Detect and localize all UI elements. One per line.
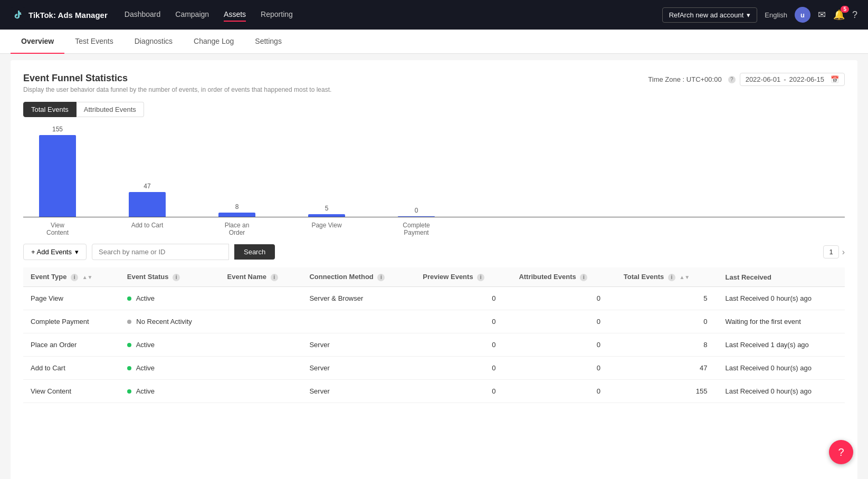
page-next-icon[interactable]: › — [842, 247, 845, 257]
search-input[interactable] — [92, 244, 229, 260]
table-row: Page View Active Server & Browser 0 0 5 … — [23, 287, 845, 310]
bar-label-view-content: View Content — [39, 222, 76, 236]
funnel-header: Event Funnel Statistics Display the user… — [23, 73, 845, 93]
timezone-label: Time Zone : UTC+00:00 — [648, 75, 721, 83]
toggle-total-events[interactable]: Total Events — [23, 102, 77, 117]
cell-event-type: View Content — [23, 380, 120, 403]
cell-preview-events: 0 — [415, 310, 511, 333]
funnel-title-area: Event Funnel Statistics Display the user… — [23, 73, 331, 93]
cell-total-events: 47 — [616, 357, 718, 380]
chart-toggle: Total Events Attributed Events — [23, 102, 845, 117]
status-label: Active — [136, 387, 155, 395]
calendar-icon: 📅 — [831, 75, 839, 83]
tab-test-events[interactable]: Test Events — [64, 30, 123, 54]
events-table: Event Type i ▲▼ Event Status i Event Nam… — [23, 267, 845, 403]
notification-icon[interactable]: 🔔 5 — [833, 9, 845, 21]
account-selector[interactable]: RefArch new ad account ▾ — [662, 7, 758, 23]
account-name: RefArch new ad account — [669, 11, 744, 19]
cell-preview-events: 0 — [415, 357, 511, 380]
cell-event-status: Active — [120, 333, 220, 357]
cell-connection-method: Server — [302, 333, 415, 357]
bar-label-page-view: Page View — [308, 222, 345, 236]
add-events-label: + Add Events — [31, 248, 72, 256]
language-selector[interactable]: English — [765, 11, 787, 19]
cell-last-received: Last Received 0 hour(s) ago — [718, 287, 845, 310]
preview-events-info-icon[interactable]: i — [477, 274, 484, 281]
nav-dashboard[interactable]: Dashboard — [125, 8, 161, 22]
tab-diagnostics[interactable]: Diagnostics — [124, 30, 183, 54]
toggle-attributed-events[interactable]: Attributed Events — [77, 102, 144, 117]
sub-tabs: Overview Test Events Diagnostics Change … — [0, 30, 868, 54]
logo-text: TikTok: Ads Manager — [28, 11, 108, 20]
event-status-info-icon[interactable]: i — [173, 274, 180, 281]
search-button[interactable]: Search — [234, 244, 275, 260]
status-label: Active — [136, 364, 155, 372]
cell-event-status: Active — [120, 357, 220, 380]
tab-settings[interactable]: Settings — [244, 30, 292, 54]
connection-method-info-icon[interactable]: i — [377, 274, 385, 281]
cell-attributed-events: 0 — [511, 380, 616, 403]
cell-event-status: Active — [120, 287, 220, 310]
bar-chart: 155 47 8 5 0 — [23, 122, 845, 228]
status-label: Active — [136, 294, 155, 302]
cell-event-status: Active — [120, 380, 220, 403]
add-events-button[interactable]: + Add Events ▾ — [23, 244, 87, 260]
cell-attributed-events: 0 — [511, 310, 616, 333]
event-name-info-icon[interactable]: i — [271, 274, 278, 281]
help-icon[interactable]: ? — [852, 9, 857, 21]
table-row: View Content Active Server 0 0 155 Last … — [23, 380, 845, 403]
cell-total-events: 5 — [616, 287, 718, 310]
nav-assets[interactable]: Assets — [224, 8, 246, 22]
bar-label-complete-payment: Complete Payment — [398, 222, 435, 236]
attributed-events-info-icon[interactable]: i — [580, 274, 587, 281]
cell-total-events: 0 — [616, 310, 718, 333]
cell-event-name — [220, 357, 302, 380]
nav-campaign[interactable]: Campaign — [175, 8, 209, 22]
cell-event-name — [220, 310, 302, 333]
cell-event-name — [220, 333, 302, 357]
cell-event-name — [220, 287, 302, 310]
mail-icon[interactable]: ✉ — [818, 9, 826, 21]
cell-preview-events: 0 — [415, 333, 511, 357]
bar-label-place-order: Place an Order — [218, 222, 255, 236]
table-controls: + Add Events ▾ Search 1 › — [23, 244, 845, 260]
logo: TikTok: Ads Manager — [11, 7, 108, 22]
date-separator: - — [784, 75, 786, 83]
total-events-sort[interactable]: ▲▼ — [679, 274, 690, 280]
cell-last-received: Last Received 1 day(s) ago — [718, 333, 845, 357]
chevron-down-icon: ▾ — [75, 248, 79, 256]
status-label: Active — [136, 341, 155, 349]
date-picker[interactable]: 2022-06-01 - 2022-06-15 📅 — [740, 73, 845, 86]
table-row: Complete Payment No Recent Activity 0 0 … — [23, 310, 845, 333]
cell-total-events: 8 — [616, 333, 718, 357]
col-event-name: Event Name i — [220, 267, 302, 287]
help-fab[interactable]: ? — [829, 440, 853, 464]
bar-place-order: 8 — [218, 203, 255, 217]
cell-event-type: Add to Cart — [23, 357, 120, 380]
total-events-info-icon[interactable]: i — [668, 274, 675, 281]
cell-preview-events: 0 — [415, 380, 511, 403]
col-event-status: Event Status i — [120, 267, 220, 287]
event-type-sort[interactable]: ▲▼ — [82, 274, 93, 280]
table-row: Add to Cart Active Server 0 0 47 Last Re… — [23, 357, 845, 380]
nav-right-controls: RefArch new ad account ▾ English u ✉ 🔔 5… — [662, 7, 857, 23]
page-number: 1 — [823, 245, 838, 258]
status-dot — [127, 389, 131, 394]
date-range-area: Time Zone : UTC+00:00 ? 2022-06-01 - 202… — [648, 73, 845, 86]
timezone-info-icon[interactable]: ? — [728, 76, 736, 83]
avatar[interactable]: u — [795, 7, 810, 23]
tab-change-log[interactable]: Change Log — [183, 30, 244, 54]
funnel-title: Event Funnel Statistics — [23, 73, 331, 84]
event-type-info-icon[interactable]: i — [71, 274, 78, 281]
cell-attributed-events: 0 — [511, 357, 616, 380]
nav-reporting[interactable]: Reporting — [261, 8, 293, 22]
cell-connection-method: Server — [302, 357, 415, 380]
chevron-down-icon: ▾ — [747, 11, 750, 19]
status-dot — [127, 320, 131, 324]
bar-add-to-cart: 47 — [129, 183, 166, 217]
cell-event-type: Place an Order — [23, 333, 120, 357]
cell-attributed-events: 0 — [511, 333, 616, 357]
col-preview-events: Preview Events i — [415, 267, 511, 287]
cell-attributed-events: 0 — [511, 287, 616, 310]
tab-overview[interactable]: Overview — [11, 30, 64, 54]
